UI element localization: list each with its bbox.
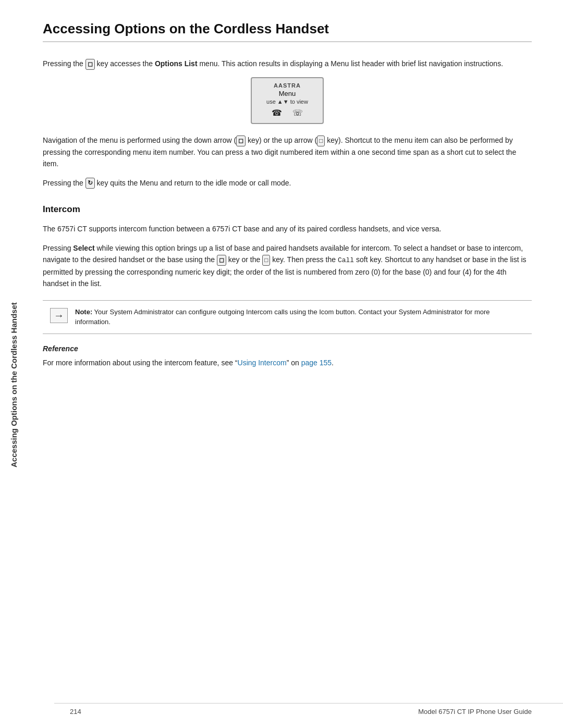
page-155-link[interactable]: page 155 [301,359,332,367]
up-arrow-key-icon: □ [317,135,325,146]
phone-menu-text: Menu [260,90,314,97]
note-body: Your System Administrator can configure … [75,308,490,326]
doc-title: Model 6757i CT IP Phone User Guide [418,708,532,715]
phone-brand: AASTRA [260,82,314,89]
intercom-para2: Pressing Select while viewing this optio… [43,242,532,290]
down-arrow-key-icon: ◻ [236,135,246,146]
note-content: Note: Your System Administrator can conf… [75,307,524,327]
phone-icon-left: ☎ [272,108,282,118]
phone-nav-text: use ▲▼ to view [260,98,314,105]
page-wrapper: Accessing Options on the Cordless Handse… [0,0,563,728]
quit-key-icon: ↻ [85,178,95,189]
page-title: Accessing Options on the Cordless Handse… [43,21,532,42]
note-label: Note: [75,308,92,316]
sidebar-label: Accessing Options on the Cordless Handse… [0,42,27,728]
note-arrow-icon: → [50,308,68,323]
note-box: → Note: Your System Administrator can co… [43,300,532,334]
content-area: Accessing Options on the Cordless Handse… [27,0,563,728]
options-key-icon: ◻ [85,59,95,70]
intercom-para1: The 6757i CT supports intercom function … [43,223,532,235]
reference-paragraph: For more information about using the int… [43,357,532,368]
select-label: Select [73,244,94,252]
options-list-label: Options List [155,59,198,68]
navigation-paragraph: Navigation of the menu is performed usin… [43,134,532,170]
up-key-icon2: □ [262,255,270,266]
page-number: 214 [70,708,81,715]
intercom-heading: Intercom [43,204,532,215]
phone-screen-mockup: AASTRA Menu use ▲▼ to view ☎ ☏ [251,77,324,124]
call-softkey: Call [338,256,354,264]
phone-icon-row: ☎ ☏ [260,108,314,118]
reference-heading: Reference [43,344,532,353]
down-key-icon2: ◻ [217,255,226,266]
page-footer: 214 Model 6757i CT IP Phone User Guide [54,703,563,715]
intro-paragraph: Pressing the ◻ key accesses the Options … [43,58,532,70]
quit-menu-paragraph: Pressing the ↻ key quits the Menu and re… [43,177,532,189]
using-intercom-link[interactable]: Using Intercom [238,359,287,367]
phone-icon-right: ☏ [292,108,303,118]
